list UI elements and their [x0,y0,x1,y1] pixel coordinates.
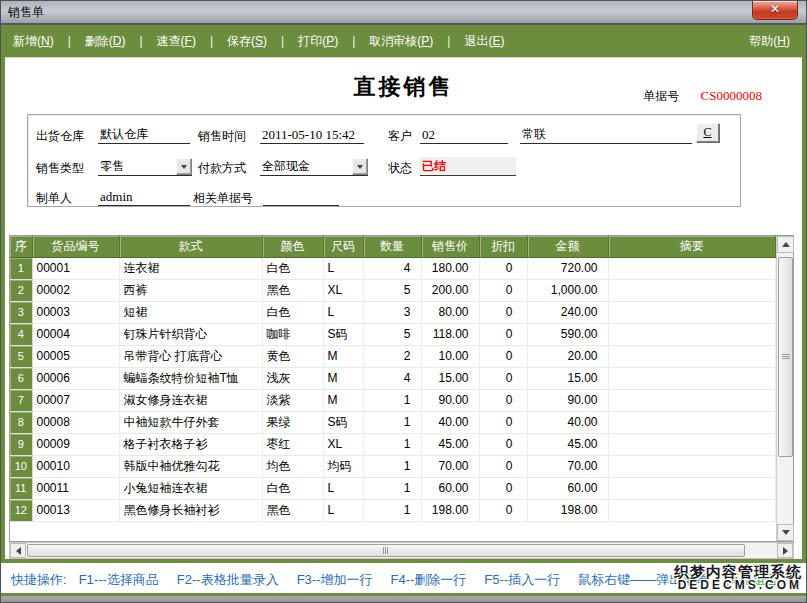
scroll-down-button[interactable] [777,524,794,541]
sale-type-dropdown-button[interactable] [176,158,192,175]
amount-cell[interactable]: 198.00 [527,499,608,521]
toolbar-item-3[interactable]: 速查(F) [157,33,196,50]
memo-cell[interactable] [608,257,776,279]
style-cell[interactable]: 韩版中袖优雅勾花 [119,455,262,477]
col-memo[interactable]: 摘要 [608,236,776,257]
toolbar-item-1[interactable]: 新增(N) [13,33,54,50]
close-button[interactable]: ✕ [752,1,798,20]
row-number-cell[interactable]: 1 [10,257,32,279]
color-cell[interactable]: 咖啡 [262,323,323,345]
price-cell[interactable]: 118.00 [421,323,479,345]
amount-cell[interactable]: 70.00 [527,455,608,477]
table-row[interactable]: 3 00003 短裙 白色 L 3 80.00 0 240.00 [10,301,776,323]
scroll-left-button[interactable] [10,543,26,558]
qty-cell[interactable]: 1 [363,499,421,521]
row-number-cell[interactable]: 10 [10,455,32,477]
scroll-up-button[interactable] [777,236,794,253]
col-qty[interactable]: 数量 [363,236,421,257]
memo-cell[interactable] [608,389,776,411]
col-size[interactable]: 尺码 [323,236,363,257]
code-cell[interactable]: 00005 [32,345,119,367]
color-cell[interactable]: 浅灰 [262,367,323,389]
style-cell[interactable]: 钉珠片针织背心 [119,323,262,345]
code-cell[interactable]: 00009 [32,433,119,455]
memo-cell[interactable] [608,455,776,477]
table-row[interactable]: 6 00006 蝙蝠条纹特价短袖T恤 浅灰 M 4 15.00 0 15.00 [10,367,776,389]
style-cell[interactable]: 小兔短袖连衣裙 [119,477,262,499]
code-cell[interactable]: 00001 [32,257,119,279]
discount-cell[interactable]: 0 [479,433,527,455]
price-cell[interactable]: 80.00 [421,301,479,323]
row-number-cell[interactable]: 4 [10,323,32,345]
style-cell[interactable]: 吊带背心 打底背心 [119,345,262,367]
memo-cell[interactable] [608,301,776,323]
qty-cell[interactable]: 1 [363,389,421,411]
row-number-cell[interactable]: 7 [10,389,32,411]
style-cell[interactable]: 蝙蝠条纹特价短袖T恤 [119,367,262,389]
scroll-right-button[interactable] [777,543,793,558]
style-cell[interactable]: 黑色修身长袖衬衫 [119,499,262,521]
toolbar-item-5[interactable]: 打印(P) [298,33,338,50]
row-number-cell[interactable]: 9 [10,433,32,455]
toolbar-item-4[interactable]: 保存(S) [227,33,267,50]
toolbar-item-6[interactable]: 取消审核(P) [369,33,433,50]
memo-cell[interactable] [608,499,776,521]
price-cell[interactable]: 40.00 [421,411,479,433]
memo-cell[interactable] [608,345,776,367]
vertical-scroll-thumb[interactable] [778,257,793,457]
row-number-cell[interactable]: 2 [10,279,32,301]
payment-select[interactable]: 全部现金 [260,157,368,176]
code-cell[interactable]: 00010 [32,455,119,477]
horizontal-scrollbar[interactable] [9,542,794,559]
code-cell[interactable]: 00002 [32,279,119,301]
discount-cell[interactable]: 0 [479,345,527,367]
row-number-cell[interactable]: 8 [10,411,32,433]
qty-cell[interactable]: 1 [363,411,421,433]
amount-cell[interactable]: 1,000.00 [527,279,608,301]
color-cell[interactable]: 黄色 [262,345,323,367]
discount-cell[interactable]: 0 [479,367,527,389]
amount-cell[interactable]: 45.00 [527,433,608,455]
amount-cell[interactable]: 20.00 [527,345,608,367]
discount-cell[interactable]: 0 [479,279,527,301]
price-cell[interactable]: 90.00 [421,389,479,411]
memo-cell[interactable] [608,279,776,301]
code-cell[interactable]: 00004 [32,323,119,345]
style-cell[interactable]: 淑女修身连衣裙 [119,389,262,411]
toolbar-item-2[interactable]: 删除(D) [85,33,126,50]
qty-cell[interactable]: 2 [363,345,421,367]
help-menu-item[interactable]: 帮助(H) [749,34,790,48]
size-cell[interactable]: S码 [323,411,363,433]
size-cell[interactable]: M [323,367,363,389]
row-number-cell[interactable]: 6 [10,367,32,389]
code-cell[interactable]: 00011 [32,477,119,499]
style-cell[interactable]: 西裤 [119,279,262,301]
qty-cell[interactable]: 1 [363,433,421,455]
discount-cell[interactable]: 0 [479,257,527,279]
size-cell[interactable]: 均码 [323,455,363,477]
col-amount[interactable]: 金额 [527,236,608,257]
qty-cell[interactable]: 5 [363,323,421,345]
code-cell[interactable]: 00003 [32,301,119,323]
size-cell[interactable]: L [323,257,363,279]
amount-cell[interactable]: 590.00 [527,323,608,345]
table-row[interactable]: 2 00002 西裤 黑色 XL 5 200.00 0 1,000.00 [10,279,776,301]
qty-cell[interactable]: 4 [363,257,421,279]
price-cell[interactable]: 200.00 [421,279,479,301]
table-row[interactable]: 5 00005 吊带背心 打底背心 黄色 M 2 10.00 0 20.00 [10,345,776,367]
qty-cell[interactable]: 1 [363,477,421,499]
qty-cell[interactable]: 5 [363,279,421,301]
vertical-scrollbar[interactable] [776,236,793,541]
code-cell[interactable]: 00013 [32,499,119,521]
color-cell[interactable]: 白色 [262,477,323,499]
code-cell[interactable]: 00006 [32,367,119,389]
col-discount[interactable]: 折扣 [479,236,527,257]
amount-cell[interactable]: 60.00 [527,477,608,499]
size-cell[interactable]: L [323,499,363,521]
row-number-cell[interactable]: 5 [10,345,32,367]
table-row[interactable]: 12 00013 黑色修身长袖衬衫 黑色 L 1 198.00 0 198.00 [10,499,776,521]
size-cell[interactable]: M [323,389,363,411]
memo-cell[interactable] [608,411,776,433]
payment-dropdown-button[interactable] [352,158,368,175]
size-cell[interactable]: L [323,301,363,323]
